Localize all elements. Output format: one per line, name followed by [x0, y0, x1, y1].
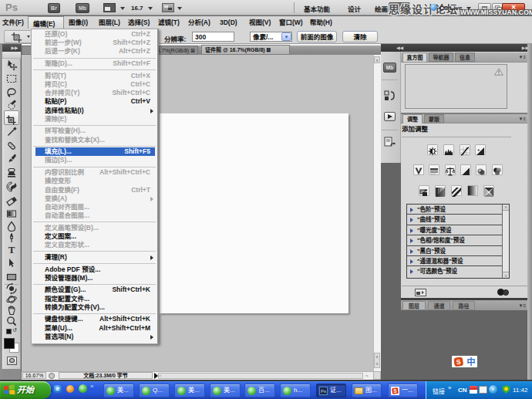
svg-text:中: 中	[467, 356, 476, 367]
svg-text:S: S	[393, 388, 397, 394]
svg-text:+: +	[477, 147, 480, 152]
svg-text:T: T	[8, 244, 15, 255]
